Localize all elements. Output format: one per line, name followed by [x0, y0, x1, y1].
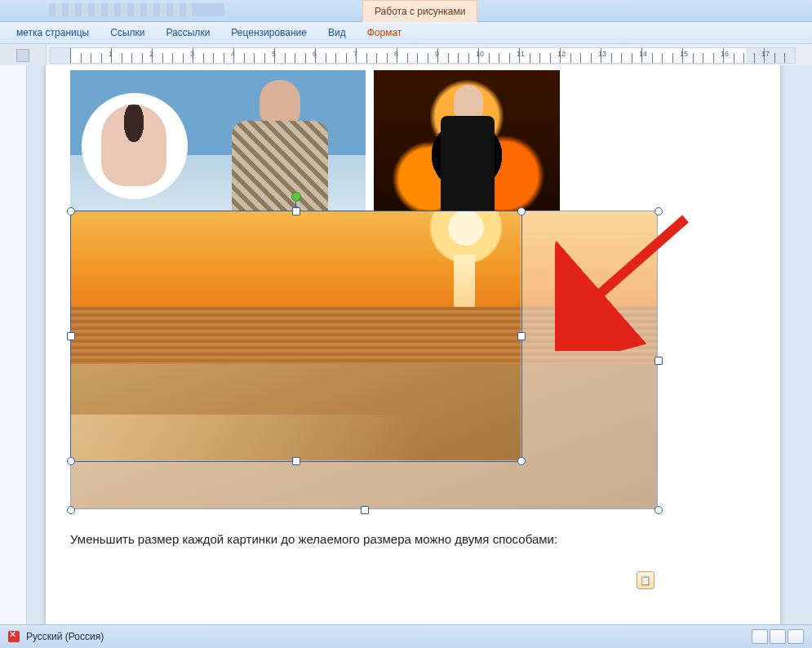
resize-handle-s[interactable]: [292, 457, 300, 465]
document-page[interactable]: Уменьшить размер каждой картинки до жела…: [46, 65, 780, 625]
ruler-margin-left: [51, 48, 70, 63]
ruler-number: 17: [761, 50, 770, 58]
title-blur: [192, 3, 224, 16]
tab-format[interactable]: Формат: [367, 27, 402, 38]
ruler-number: 12: [557, 50, 566, 58]
ruler-number: 3: [190, 50, 194, 58]
ruler-number: 10: [476, 50, 484, 58]
wet-sand: [70, 415, 658, 460]
ruler-number: 13: [598, 50, 606, 58]
resize-handle-w[interactable]: [67, 332, 75, 340]
status-bar: Русский (Россия): [0, 624, 812, 648]
outer-handle-se[interactable]: [654, 506, 663, 514]
tab-references[interactable]: Ссылки: [110, 27, 144, 38]
resize-handle-ne[interactable]: [517, 207, 526, 215]
portrait-woman: [436, 85, 499, 217]
horizontal-ruler-container: 1234567891011121314151617: [0, 44, 812, 68]
outer-handle-sw[interactable]: [67, 506, 75, 514]
paste-options-button[interactable]: [637, 571, 654, 589]
resize-handle-e[interactable]: [517, 332, 526, 340]
ruler-number: 16: [721, 50, 729, 58]
ruler-number: 14: [639, 50, 647, 58]
ruler-number: 15: [680, 50, 688, 58]
ribbon-tabs: метка страницы Ссылки Рассылки Рецензиро…: [0, 22, 812, 44]
tab-review[interactable]: Рецензирование: [231, 27, 307, 38]
ruler-number: 9: [435, 50, 439, 58]
resize-handle-nw[interactable]: [67, 207, 75, 215]
resize-handle-n[interactable]: [292, 207, 300, 215]
view-buttons: [752, 629, 804, 644]
sea-band: [70, 307, 658, 372]
ruler-number: 4: [231, 50, 235, 58]
rotate-handle[interactable]: [291, 192, 301, 202]
portrait-man: [212, 75, 343, 224]
outer-handle-s[interactable]: [361, 506, 369, 514]
title-blur: [49, 3, 196, 16]
ruler-number: 5: [272, 50, 276, 58]
spellcheck-icon[interactable]: [8, 631, 20, 642]
portrait-circle: [82, 93, 188, 199]
ruler-number: 2: [149, 50, 153, 58]
ruler-number: 8: [394, 50, 398, 58]
ruler-number: 1: [109, 50, 113, 58]
outer-handle-e[interactable]: [654, 357, 663, 365]
inserted-image-sunset[interactable]: [70, 211, 658, 509]
status-language[interactable]: Русский (Россия): [26, 631, 104, 642]
selected-image-wrap: [70, 211, 756, 509]
ruler-number: 7: [353, 50, 357, 58]
outer-handle-ne[interactable]: [654, 207, 663, 215]
inserted-image-2[interactable]: [374, 70, 560, 225]
document-workspace: Уменьшить размер каждой картинки до жела…: [0, 65, 812, 625]
tab-mailings[interactable]: Рассылки: [166, 27, 210, 38]
resize-handle-se[interactable]: [517, 457, 526, 465]
view-web-layout-button[interactable]: [788, 629, 804, 644]
title-bar: Работа с рисунками: [0, 0, 812, 22]
contextual-tab-picture-tools[interactable]: Работа с рисунками: [362, 0, 477, 22]
ruler-number: 6: [313, 50, 317, 58]
view-full-screen-button[interactable]: [770, 629, 786, 644]
ruler-anchor-icon[interactable]: [16, 49, 29, 62]
inserted-image-1[interactable]: [70, 70, 366, 225]
image-row: [70, 70, 756, 225]
ruler-corner: [0, 44, 47, 67]
tab-view[interactable]: Вид: [328, 27, 346, 38]
body-text[interactable]: Уменьшить размер каждой картинки до жела…: [70, 532, 756, 546]
ruler-number: 11: [517, 50, 525, 58]
horizontal-ruler[interactable]: 1234567891011121314151617: [50, 47, 796, 64]
view-print-layout-button[interactable]: [752, 629, 768, 644]
tab-page-layout[interactable]: метка страницы: [16, 27, 89, 38]
vertical-ruler[interactable]: [0, 65, 27, 625]
resize-handle-sw[interactable]: [67, 457, 75, 465]
